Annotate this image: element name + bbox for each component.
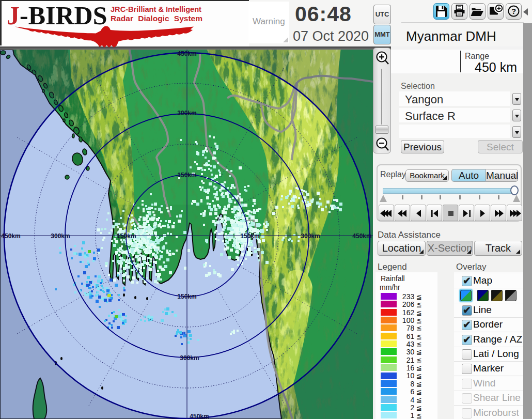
svg-text:450km: 450km bbox=[1, 232, 20, 240]
svg-text:150km: 150km bbox=[240, 232, 259, 240]
svg-text:300km: 300km bbox=[51, 232, 70, 240]
svg-text:450km: 450km bbox=[190, 413, 209, 419]
svg-text:450km: 450km bbox=[352, 232, 371, 240]
svg-text:150km: 150km bbox=[177, 293, 196, 300]
svg-text:300km: 300km bbox=[180, 354, 199, 362]
svg-text:?: ? bbox=[511, 7, 516, 15]
svg-text:150km: 150km bbox=[117, 232, 136, 240]
svg-text:300km: 300km bbox=[177, 110, 196, 117]
svg-text:150km: 150km bbox=[177, 172, 196, 179]
svg-text:300km: 300km bbox=[301, 232, 320, 240]
svg-text:450km: 450km bbox=[177, 50, 196, 57]
